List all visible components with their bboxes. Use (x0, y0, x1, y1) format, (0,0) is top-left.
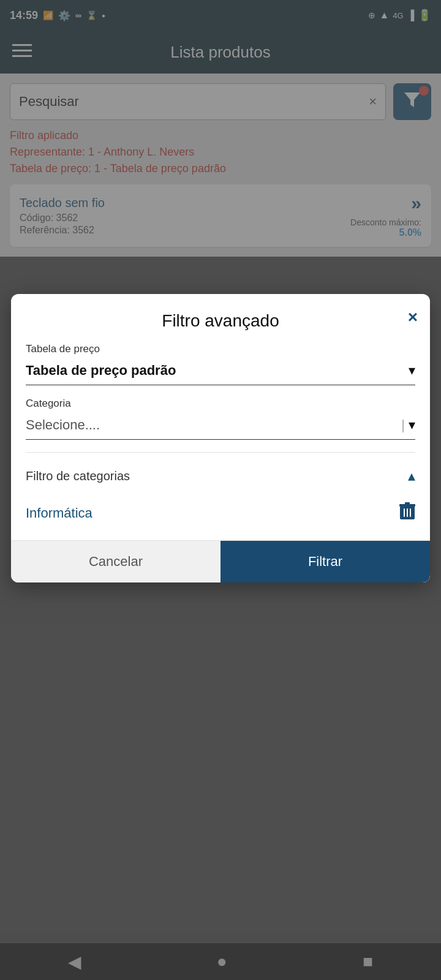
category-item: Informática (26, 493, 415, 534)
category-placeholder: Selecione.... (26, 417, 401, 433)
category-field: Categoria Selecione.... | ▾ (26, 398, 415, 440)
price-table-label: Tabela de preço (26, 343, 415, 355)
price-table-select[interactable]: Tabela de preço padrão ▾ (26, 358, 415, 385)
category-select-icons: | ▾ (401, 417, 415, 433)
filter-category-header[interactable]: Filtro de categorias ▴ (26, 459, 415, 493)
svg-rect-7 (410, 508, 411, 517)
modal-title: Filtro avançado (162, 311, 279, 331)
category-item-label[interactable]: Informática (26, 505, 92, 521)
modal-body: Tabela de preço Tabela de preço padrão ▾… (11, 343, 430, 534)
cancel-button[interactable]: Cancelar (11, 541, 221, 582)
svg-rect-5 (404, 508, 405, 517)
advanced-filter-modal: Filtro avançado × Tabela de preço Tabela… (11, 294, 430, 582)
modal-close-button[interactable]: × (408, 307, 418, 327)
filter-category-label: Filtro de categorias (26, 469, 130, 483)
svg-rect-9 (405, 502, 410, 505)
category-select[interactable]: Selecione.... | ▾ (26, 412, 415, 440)
category-label: Categoria (26, 398, 415, 410)
svg-rect-6 (407, 508, 408, 517)
modal-header: Filtro avançado × (11, 294, 430, 343)
price-table-chevron-down-icon: ▾ (409, 363, 415, 379)
category-divider-icon: | (401, 417, 405, 433)
filter-category-section: Filtro de categorias ▴ Informática (26, 452, 415, 534)
delete-category-icon[interactable] (399, 502, 415, 524)
price-table-value: Tabela de preço padrão (26, 363, 176, 379)
filter-button-submit[interactable]: Filtrar (221, 541, 430, 582)
filter-category-chevron-up-icon: ▴ (408, 467, 415, 484)
category-chevron-down-icon: ▾ (409, 417, 415, 433)
price-table-field: Tabela de preço Tabela de preço padrão ▾ (26, 343, 415, 385)
modal-footer: Cancelar Filtrar (11, 540, 430, 582)
